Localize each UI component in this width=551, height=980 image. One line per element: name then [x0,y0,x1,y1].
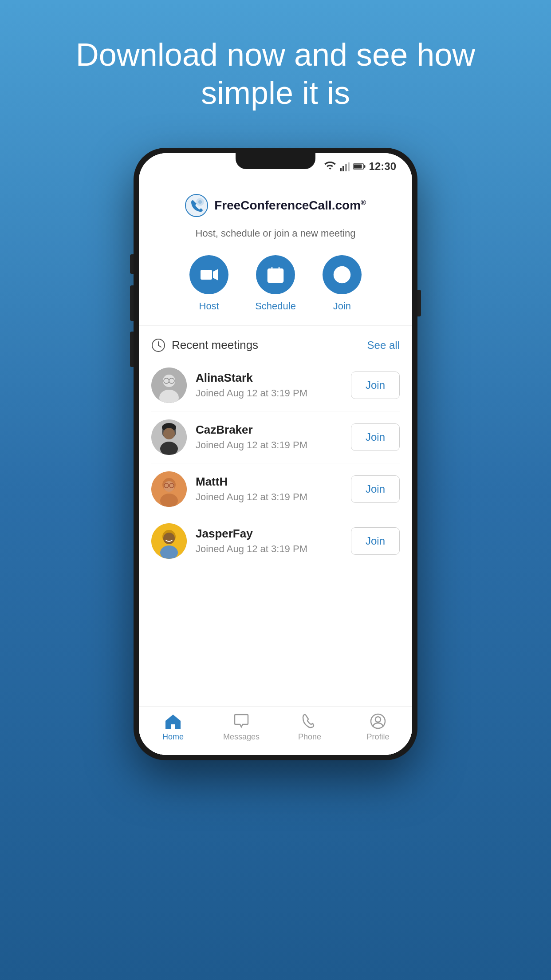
meeting-info: AlinaStark Joined Aug 12 at 3:19 PM [196,371,342,399]
svg-rect-5 [354,164,362,168]
side-button-volume-down [130,332,134,367]
svg-rect-17 [276,275,279,278]
recent-meetings-header: Recent meetings See all [151,326,400,360]
join-meeting-button[interactable]: Join [351,527,400,555]
app-header: FreeConferenceCall.com® Host, schedule o… [139,176,412,326]
svg-line-22 [158,345,161,347]
meeting-time: Joined Aug 12 at 3:19 PM [196,543,342,555]
avatar-caz [151,419,187,455]
nav-label-messages: Messages [223,732,260,742]
meeting-name: CazBraker [196,423,342,437]
see-all-link[interactable]: See all [367,339,400,352]
avatar-alina [151,368,187,403]
app-tagline: Host, schedule or join a new meeting [196,228,356,239]
side-button-mute [130,254,134,274]
join-button[interactable]: Join [323,255,362,312]
battery-icon [353,163,366,170]
svg-point-36 [164,481,174,492]
svg-point-32 [163,428,175,439]
app-logo-text: FreeConferenceCall.com® [214,198,366,213]
svg-rect-10 [201,270,212,280]
nav-label-home: Home [162,732,184,742]
svg-rect-3 [348,162,350,171]
phone-screen: 12:30 FreeCon [139,153,412,755]
meeting-item: AlinaStark Joined Aug 12 at 3:19 PM Join [151,360,400,411]
nav-label-phone: Phone [298,732,321,742]
phone-notch [236,153,315,169]
host-circle [189,255,228,294]
video-icon [200,265,218,284]
meeting-name: AlinaStark [196,371,342,385]
meeting-item: CazBraker Joined Aug 12 at 3:19 PM Join [151,411,400,463]
recent-meetings-title: Recent meetings [172,338,258,352]
svg-point-7 [185,194,208,217]
svg-rect-1 [342,166,344,171]
svg-rect-12 [268,269,283,282]
side-button-volume-up [130,285,134,321]
svg-point-42 [163,533,175,544]
avatar-jasper [151,523,187,559]
app-content: FreeConferenceCall.com® Host, schedule o… [139,176,412,755]
meeting-info: MattH Joined Aug 12 at 3:19 PM [196,475,342,503]
app-logo-icon [185,194,208,217]
join-label: Join [333,300,351,312]
recent-meetings-section: Recent meetings See all [139,326,412,706]
meeting-time: Joined Aug 12 at 3:19 PM [196,387,342,399]
meeting-time: Joined Aug 12 at 3:19 PM [196,491,342,503]
phone-mockup: 12:30 FreeCon [134,148,417,760]
meeting-info: CazBraker Joined Aug 12 at 3:19 PM [196,423,342,451]
svg-rect-6 [364,165,365,168]
svg-point-9 [198,200,202,204]
side-button-power [417,290,421,316]
messages-icon [233,713,250,730]
host-button[interactable]: Host [189,255,228,312]
page-headline: Download now and see how simple it is [0,36,551,112]
wifi-icon [324,162,336,171]
join-meeting-button[interactable]: Join [351,475,400,503]
phone-icon [301,713,318,730]
schedule-circle [256,255,295,294]
meeting-info: JasperFay Joined Aug 12 at 3:19 PM [196,527,342,555]
signal-icon [340,162,350,171]
join-meeting-button[interactable]: Join [351,423,400,451]
meeting-time: Joined Aug 12 at 3:19 PM [196,439,342,451]
avatar-matt [151,471,187,507]
nav-item-profile[interactable]: Profile [344,713,412,742]
meeting-item: MattH Joined Aug 12 at 3:19 PM Join [151,463,400,515]
svg-rect-2 [345,164,347,171]
action-buttons: Host [189,255,362,312]
profile-icon [370,713,386,730]
nav-item-messages[interactable]: Messages [207,713,276,742]
phone-frame: 12:30 FreeCon [134,148,417,760]
bottom-navigation: Home Messages Phone [139,706,412,755]
schedule-label: Schedule [255,300,296,312]
join-circle [323,255,362,294]
meeting-name: JasperFay [196,527,342,541]
svg-point-45 [375,717,381,722]
svg-rect-0 [340,168,342,171]
clock-icon [151,338,165,352]
svg-marker-11 [213,269,218,281]
home-icon [165,713,181,730]
svg-rect-16 [272,275,275,278]
meeting-name: MattH [196,475,342,489]
calendar-icon [266,265,285,284]
status-icons: 12:30 [324,160,396,173]
nav-item-home[interactable]: Home [139,713,207,742]
host-label: Host [199,300,219,312]
nav-item-phone[interactable]: Phone [276,713,344,742]
meeting-item: JasperFay Joined Aug 12 at 3:19 PM Join [151,515,400,567]
nav-label-profile: Profile [366,732,389,742]
status-time: 12:30 [369,160,396,173]
upload-icon [333,265,351,284]
recent-title-group: Recent meetings [151,338,258,352]
logo-area: FreeConferenceCall.com® [185,194,366,217]
join-meeting-button[interactable]: Join [351,371,400,399]
schedule-button[interactable]: Schedule [255,255,296,312]
